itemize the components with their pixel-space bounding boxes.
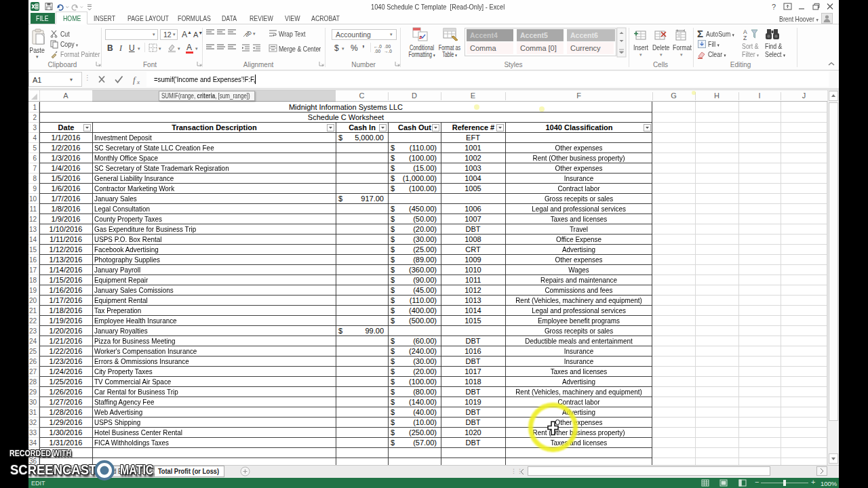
svg-text:.00: .00 — [384, 44, 391, 49]
svg-text:←.0: ←.0 — [374, 44, 382, 49]
svg-text:.00: .00 — [374, 49, 380, 54]
svg-text:→.0: →.0 — [384, 49, 392, 54]
svg-text:Z: Z — [743, 35, 747, 41]
svg-text:ab: ab — [243, 28, 253, 38]
svg-text:≠: ≠ — [419, 35, 422, 41]
svg-text:?: ? — [772, 3, 776, 11]
svg-text:x: x — [136, 79, 140, 85]
